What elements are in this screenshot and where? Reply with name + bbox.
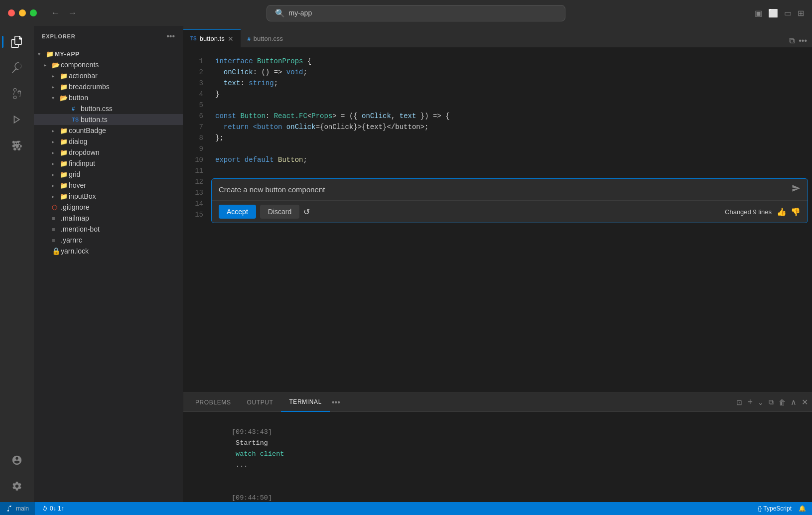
status-notifications[interactable]: 🔔 xyxy=(799,505,806,512)
ts-file-icon: TS xyxy=(72,117,81,123)
t-msg-1b: ... xyxy=(232,461,248,469)
code-line-11 xyxy=(211,165,812,176)
tree-item-yarnlock[interactable]: 🔒 yarn.lock xyxy=(34,246,183,257)
maximize-button[interactable] xyxy=(30,9,37,16)
sync-status: 0↓ 1↑ xyxy=(50,505,64,512)
code-line-7: return <button onClick={onClick}>{text}<… xyxy=(211,122,812,132)
sidebar-toggle-icon[interactable]: ▣ xyxy=(755,8,762,18)
tab-output[interactable]: OUTPUT xyxy=(239,393,281,412)
customize-layout-icon[interactable]: ⊞ xyxy=(798,8,804,18)
line-num-4: 4 xyxy=(183,89,203,100)
panel-more-button[interactable]: ••• xyxy=(332,398,340,407)
back-button[interactable]: ← xyxy=(51,8,60,18)
terminal-line-1: [09:43:43] Starting watch client ... xyxy=(191,416,804,482)
search-bar[interactable]: 🔍 my-app xyxy=(267,5,565,21)
sidebar-item-source-control[interactable] xyxy=(5,82,29,106)
folder-dialog-icon: 📁 xyxy=(60,138,69,145)
panel-layout-icon[interactable]: ▭ xyxy=(784,8,792,18)
close-button[interactable] xyxy=(8,9,15,16)
label-inputbox: inputBox xyxy=(69,192,183,200)
sidebar-item-run[interactable] xyxy=(5,108,29,131)
git-icon: ⬡ xyxy=(52,204,61,211)
label-button: button xyxy=(69,94,183,102)
tree-item-breadcrumbs[interactable]: ▸ 📁 breadcrumbs xyxy=(34,81,183,92)
status-sync[interactable]: 0↓ 1↑ xyxy=(42,505,64,512)
folder-inputbox-icon: 📁 xyxy=(60,193,69,200)
line-num-13: 13 xyxy=(183,187,203,198)
delete-terminal-icon[interactable]: 🗑 xyxy=(779,398,786,406)
tree-item-dialog[interactable]: ▸ 📁 dialog xyxy=(34,136,183,147)
line-num-1: 1 xyxy=(183,56,203,67)
tree-item-gitignore[interactable]: ⬡ .gitignore xyxy=(34,202,183,213)
line-num-7: 7 xyxy=(183,122,203,132)
code-line-3: text: string; xyxy=(211,78,812,89)
arrow-components: ▸ xyxy=(44,62,52,68)
refresh-button[interactable]: ↺ xyxy=(303,207,310,217)
ai-prompt-input[interactable] xyxy=(219,185,787,194)
tree-item-components[interactable]: ▸ 📂 components xyxy=(34,59,183,70)
sidebar-item-extensions[interactable] xyxy=(5,133,29,157)
terminal-split-icon[interactable]: ⌄ xyxy=(758,398,764,406)
tab-problems[interactable]: PROBLEMS xyxy=(187,393,239,412)
settings-icon[interactable] xyxy=(5,474,29,498)
line-num-10: 10 xyxy=(183,154,203,165)
arrow-button: ▾ xyxy=(52,95,60,101)
code-line-8: }; xyxy=(211,132,812,143)
search-icon: 🔍 xyxy=(275,8,285,18)
status-typescript[interactable]: {} TypeScript xyxy=(758,505,792,512)
minimize-button[interactable] xyxy=(19,9,26,16)
split-editor-icon[interactable]: ⧉ xyxy=(789,36,795,45)
sidebar-more-button[interactable]: ••• xyxy=(166,32,175,41)
terminal-icon[interactable]: ⊡ xyxy=(736,398,742,406)
new-terminal-icon[interactable]: + xyxy=(747,397,753,407)
extensions-icon xyxy=(11,140,22,151)
tree-item-inputbox[interactable]: ▸ 📁 inputBox xyxy=(34,191,183,202)
label-grid: grid xyxy=(69,170,183,178)
line-num-11: 11 xyxy=(183,165,203,176)
tree-item-button[interactable]: ▾ 📂 button xyxy=(34,92,183,103)
tab-button-css[interactable]: # button.css xyxy=(241,29,290,47)
tree-item-button-ts[interactable]: TS button.ts xyxy=(34,114,183,125)
branch-icon xyxy=(6,505,13,512)
folder-hover-icon: 📁 xyxy=(60,182,69,189)
tree-item-mailmap[interactable]: ≡ .mailmap xyxy=(34,213,183,224)
tab-terminal[interactable]: TERMINAL xyxy=(281,393,329,412)
close-panel-icon[interactable]: ✕ xyxy=(802,397,808,407)
line-num-6: 6 xyxy=(183,111,203,122)
discard-button[interactable]: Discard xyxy=(260,205,299,219)
tab-close-button-ts[interactable]: ✕ xyxy=(228,35,234,43)
tree-item-grid[interactable]: ▸ 📁 grid xyxy=(34,169,183,180)
forward-button[interactable]: → xyxy=(68,8,77,18)
tree-item-yarnrc[interactable]: ≡ .yarnrc xyxy=(34,235,183,246)
status-branch-section[interactable]: main xyxy=(0,502,35,515)
sidebar-item-search[interactable] xyxy=(5,56,29,80)
file-icon-mailmap: ≡ xyxy=(52,215,61,221)
t-highlight-1: watch client xyxy=(232,450,288,458)
tree-item-mentionbot[interactable]: ≡ .mention-bot xyxy=(34,224,183,235)
tab-label-button-css: button.css xyxy=(254,35,283,42)
tree-item-dropdown[interactable]: ▸ 📁 dropdown xyxy=(34,147,183,158)
tree-item-hover[interactable]: ▸ 📁 hover xyxy=(34,180,183,191)
label-actionbar: actionbar xyxy=(69,72,183,80)
maximize-panel-icon[interactable]: ∧ xyxy=(791,397,797,407)
t-timestamp-2: [09:44:50] xyxy=(232,494,272,502)
tree-item-button-css[interactable]: # button.css xyxy=(34,103,183,114)
tree-item-actionbar[interactable]: ▸ 📁 actionbar xyxy=(34,70,183,81)
arrow-inputbox: ▸ xyxy=(52,194,60,199)
editor-panel-layout-icon[interactable]: ⧉ xyxy=(769,398,774,406)
ai-send-button[interactable] xyxy=(792,184,801,195)
tree-root-myapp[interactable]: ▾ 📁 MY-APP xyxy=(34,49,183,59)
accept-button[interactable]: Accept xyxy=(219,205,256,219)
ai-input-overlay: Accept Discard ↺ Changed 9 lines 👍 👎 xyxy=(211,178,808,223)
label-dropdown: dropdown xyxy=(69,148,183,156)
thumbs-down-icon[interactable]: 👎 xyxy=(791,207,801,217)
thumbs-up-icon[interactable]: 👍 xyxy=(777,207,787,217)
tab-button-ts[interactable]: TS button.ts ✕ xyxy=(183,29,241,47)
tree-item-countbadge[interactable]: ▸ 📁 countBadge xyxy=(34,125,183,136)
account-icon[interactable] xyxy=(5,448,29,472)
sidebar-item-explorer[interactable] xyxy=(5,30,29,54)
css-file-icon: # xyxy=(72,106,81,112)
more-actions-icon[interactable]: ••• xyxy=(799,36,807,45)
tree-item-findinput[interactable]: ▸ 📁 findinput xyxy=(34,158,183,169)
editor-layout-icon[interactable]: ⬜ xyxy=(768,8,778,18)
